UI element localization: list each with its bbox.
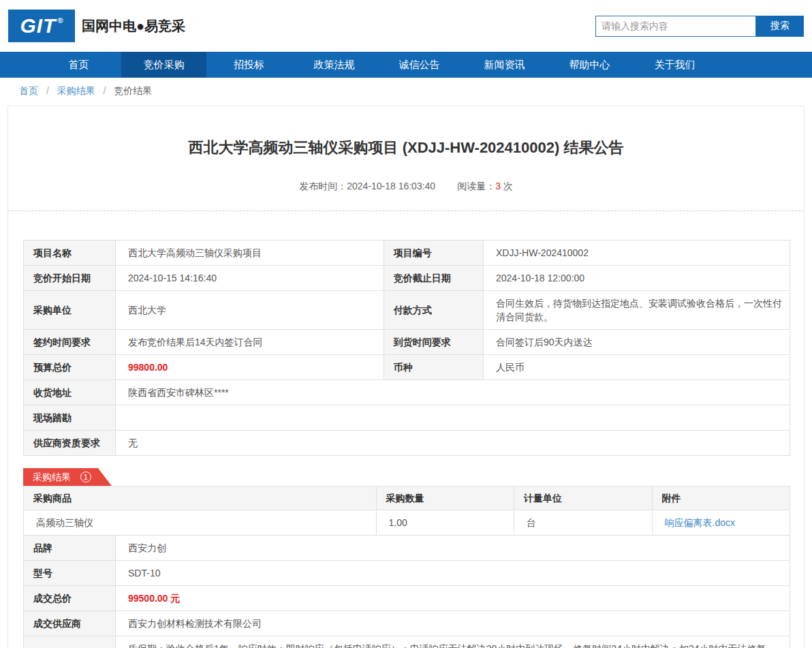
field-label: 采购单位 [24,291,116,330]
search-input[interactable] [595,16,756,37]
table-row: 成交供应商 西安力创材料检测技术有限公司 [24,611,790,636]
field-value: 质保期：验收合格后1年。响应时效：即时响应（包括电话响应）；电话响应无法解决20… [116,636,790,648]
table-row: 成交总价 99500.00 元 [24,586,790,611]
views-unit: 次 [503,181,513,191]
announcement-card: 西北大学高频动三轴仪采购项目 (XDJJ-HW-202410002) 结果公告 … [7,106,805,648]
table-row: 项目名称 西北大学高频动三轴仪采购项目 项目编号 XDJJ-HW-2024100… [24,241,790,266]
field-label: 付款方式 [384,291,483,330]
field-value [116,405,790,431]
procurement-result-badge: 采购结果 1 [23,468,112,486]
nav-item-help-center[interactable]: 帮助中心 [547,52,632,78]
field-label: 项目编号 [384,241,483,266]
registered-trademark-icon: ® [57,16,63,25]
table-row: 型号 SDT-10 [24,561,790,586]
dashed-divider [8,211,804,211]
breadcrumb-separator: / [104,85,106,96]
nav-item-integrity-notice[interactable]: 诚信公告 [377,52,462,78]
table-row: 预算总价 99800.00 币种 人民币 [24,355,790,380]
field-value: 西北大学高频动三轴仪采购项目 [116,241,384,266]
field-value: 合同生效后，待货物到达指定地点、安装调试验收合格后，一次性付清合同货款。 [484,291,790,330]
publish-time-label: 发布时间： [299,181,347,191]
table-row: 高频动三轴仪 1.00 台 响应偏离表.docx [24,510,790,536]
award-total-price: 99500.00 元 [116,586,790,611]
field-value: 发布竞价结果后14天内签订合同 [116,330,384,355]
table-row: 收货地址 陕西省西安市碑林区**** [24,380,790,405]
logo-text: GIT [20,14,56,37]
project-info-table: 项目名称 西北大学高频动三轴仪采购项目 项目编号 XDJJ-HW-2024100… [23,240,790,456]
table-header-row: 采购商品 采购数量 计量单位 附件 [24,487,790,510]
article-meta: 发布时间：2024-10-18 16:03:40阅读量：3 次 [8,181,804,193]
field-value: 西北大学 [116,291,384,330]
field-label: 竞价截止日期 [384,266,483,291]
field-label: 现场踏勘 [24,405,116,431]
field-label: 项目名称 [24,241,116,266]
budget-total-price: 99800.00 [116,355,384,380]
field-label: 型号 [24,561,116,586]
table-row: 竞价开始日期 2024-10-15 14:16:40 竞价截止日期 2024-1… [24,266,790,291]
column-header: 采购商品 [24,487,377,510]
field-value: 合同签订后90天内送达 [484,330,790,355]
search-button[interactable]: 搜索 [756,16,804,37]
column-header: 计量单位 [514,487,653,510]
field-value: 西安力创 [116,536,790,561]
table-row: 现场踏勘 [24,405,790,431]
field-value: 西安力创材料检测技术有限公司 [116,611,790,636]
product-quantity: 1.00 [376,510,514,536]
nav-item-about-us[interactable]: 关于我们 [632,52,717,78]
nav-item-tendering[interactable]: 招投标 [206,52,292,78]
field-label: 竞价开始日期 [24,266,116,291]
product-name: 高频动三轴仪 [24,510,377,536]
field-label: 成交供应商 [24,611,116,636]
field-value: 人民币 [484,355,790,380]
breadcrumb-current: 竞价结果 [114,85,152,96]
page-title: 西北大学高频动三轴仪采购项目 (XDJJ-HW-202410002) 结果公告 [8,138,804,158]
table-row: 供应商资质要求 无 [24,431,790,456]
breadcrumb-home[interactable]: 首页 [19,85,38,96]
site-logo[interactable]: GIT ® [8,10,75,42]
search-area: 搜索 [595,16,804,37]
top-header: GIT ® 国网中电●易竞采 搜索 [0,0,812,52]
main-nav: 首页 竞价采购 招投标 政策法规 诚信公告 新闻资讯 帮助中心 关于我们 [0,52,812,78]
field-value: 2024-10-15 14:16:40 [116,266,384,291]
table-row: 品牌 西安力创 [24,536,790,561]
breadcrumb: 首页 / 采购结果 / 竞价结果 [0,78,812,104]
nav-item-policy[interactable]: 政策法规 [292,52,377,78]
field-value: 无 [116,431,790,456]
field-label: 签约时间要求 [24,330,116,355]
column-header: 采购数量 [376,487,514,510]
product-unit: 台 [514,510,653,536]
field-value: 陕西省西安市碑林区**** [116,380,790,405]
field-label: 币种 [384,355,483,380]
product-table: 采购商品 采购数量 计量单位 附件 高频动三轴仪 1.00 台 响应偏离表.do… [23,486,790,536]
views-label: 阅读量： [457,181,495,191]
badge-number-icon: 1 [80,472,91,482]
column-header: 附件 [652,487,790,510]
field-label: 收货地址 [24,380,116,405]
table-row: 质保及售后服务 质保期：验收合格后1年。响应时效：即时响应（包括电话响应）；电话… [24,636,790,648]
breadcrumb-procurement-results[interactable]: 采购结果 [57,85,95,96]
field-label: 质保及售后服务 [24,636,116,648]
award-detail-table: 品牌 西安力创 型号 SDT-10 成交总价 99500.00 元 成交供应商 … [23,535,790,648]
nav-item-home[interactable]: 首页 [36,52,121,78]
field-label: 预算总价 [24,355,116,380]
field-value: 2024-10-18 12:00:00 [484,266,790,291]
field-label: 品牌 [24,536,116,561]
badge-label: 采购结果 [33,472,71,482]
table-row: 签约时间要求 发布竞价结果后14天内签订合同 到货时间要求 合同签订后90天内送… [24,330,790,355]
breadcrumb-separator: / [46,85,49,96]
site-title: 国网中电●易竞采 [82,17,185,35]
views-count: 3 [495,181,501,191]
table-row: 采购单位 西北大学 付款方式 合同生效后，待货物到达指定地点、安装调试验收合格后… [24,291,790,330]
field-label: 成交总价 [24,586,116,611]
field-value: XDJJ-HW-202410002 [484,241,790,266]
publish-time-value: 2024-10-18 16:03:40 [347,181,435,191]
nav-item-news[interactable]: 新闻资讯 [462,52,547,78]
nav-item-bidding-procurement[interactable]: 竞价采购 [121,52,206,78]
field-label: 到货时间要求 [384,330,483,355]
field-value: SDT-10 [116,561,790,586]
attachment-link[interactable]: 响应偏离表.docx [665,517,735,528]
field-label: 供应商资质要求 [24,431,116,456]
